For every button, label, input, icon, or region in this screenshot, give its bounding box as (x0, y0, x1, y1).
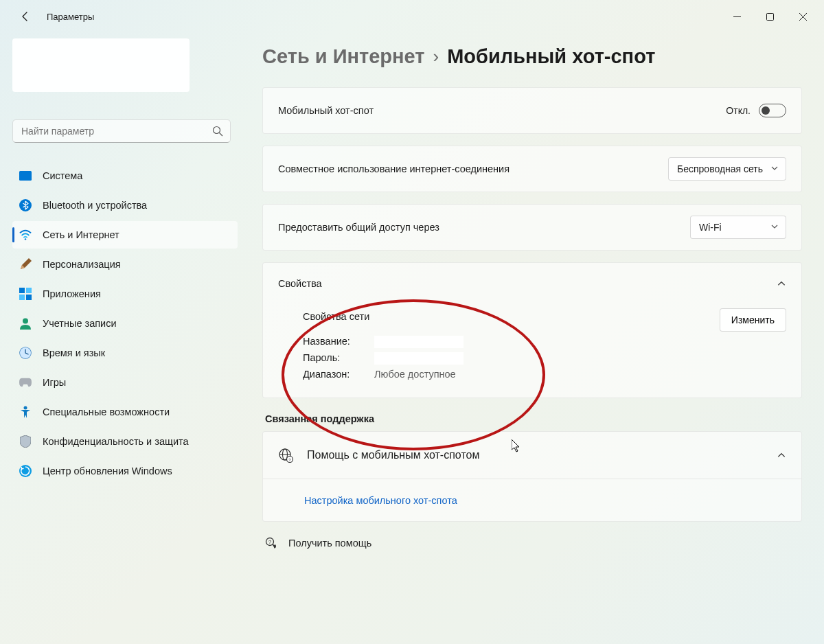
svg-rect-4 (19, 171, 32, 181)
support-card: ? Помощь с мобильным хот-спотом Настройк… (262, 431, 802, 522)
share-over-card: Предоставить общий доступ через Wi-Fi (262, 204, 802, 251)
dropdown-value: Беспроводная сеть (677, 163, 763, 174)
nav-time[interactable]: Время и язык (12, 339, 238, 367)
time-icon (19, 347, 32, 359)
svg-text:?: ? (268, 539, 272, 545)
nav-personalization[interactable]: Персонализация (12, 251, 238, 278)
system-icon (19, 170, 32, 182)
svg-point-6 (25, 238, 26, 240)
nav-label: Время и язык (43, 347, 105, 358)
nav-label: Система (43, 170, 82, 181)
footer-get-help[interactable]: ? Получить помощь (262, 537, 802, 549)
property-key: Пароль: (303, 352, 374, 365)
breadcrumb-parent[interactable]: Сеть и Интернет (262, 45, 425, 68)
nav-bluetooth[interactable]: Bluetooth и устройства (12, 192, 238, 219)
svg-point-14 (24, 406, 27, 410)
chevron-down-icon (770, 222, 779, 233)
globe-help-icon: ? (278, 448, 293, 463)
nav-network[interactable]: Сеть и Интернет (12, 221, 238, 249)
share-over-dropdown[interactable]: Wi-Fi (690, 216, 786, 239)
nav-label: Учетные записи (43, 318, 117, 329)
chevron-down-icon (770, 163, 779, 174)
search-input[interactable] (21, 126, 212, 137)
share-connection-card: Совместное использование интернет-соедин… (262, 146, 802, 192)
nav-label: Приложения (43, 288, 101, 299)
wifi-icon (19, 229, 32, 241)
breadcrumb-sep: › (433, 46, 439, 67)
svg-line-3 (220, 133, 223, 137)
property-value-blank (374, 352, 464, 365)
hotspot-label: Мобильный хот-спот (278, 105, 726, 116)
svg-point-2 (214, 127, 220, 134)
window-title: Параметры (47, 12, 94, 22)
back-button[interactable] (14, 5, 37, 28)
titlebar: Параметры (0, 0, 824, 33)
svg-rect-7 (19, 288, 25, 293)
chevron-up-icon (777, 450, 786, 460)
privacy-icon (19, 435, 32, 448)
search-icon (212, 126, 223, 137)
svg-rect-10 (26, 295, 32, 300)
minimize-button[interactable] (721, 5, 753, 27)
hotspot-toggle-card: Мобильный хот-спот Откл. (262, 87, 802, 134)
nav-accounts[interactable]: Учетные записи (12, 310, 238, 337)
get-help-icon: ? (265, 537, 277, 549)
sidebar: Система Bluetooth и устройства Сеть и Ин… (0, 33, 242, 644)
nav-label: Специальные возможности (43, 406, 170, 417)
nav-label: Персонализация (43, 259, 121, 270)
page-title: Мобильный хот-спот (447, 45, 655, 68)
nav-label: Центр обновления Windows (43, 465, 172, 476)
hotspot-toggle[interactable] (759, 104, 786, 117)
properties-header[interactable]: Свойства (263, 263, 801, 304)
share-over-label: Предоставить общий доступ через (278, 222, 690, 233)
nav-apps[interactable]: Приложения (12, 280, 238, 308)
support-heading: Связанная поддержка (265, 413, 802, 424)
nav-system[interactable]: Система (12, 162, 238, 189)
property-key: Диапазон: (303, 369, 374, 380)
support-row-label: Помощь с мобильным хот-спотом (307, 449, 763, 461)
property-key: Название: (303, 336, 374, 348)
nav-label: Конфиденциальность и защита (43, 436, 189, 447)
properties-expander: Свойства Изменить Свойства сети Название… (262, 262, 802, 398)
property-row-band: Диапазон: Любое доступное (303, 369, 786, 380)
update-icon (19, 465, 32, 477)
breadcrumb: Сеть и Интернет › Мобильный хот-спот (262, 45, 802, 68)
chevron-up-icon (777, 279, 786, 288)
nav-label: Bluetooth и устройства (43, 200, 147, 211)
properties-title: Свойства сети (303, 311, 786, 322)
svg-rect-1 (766, 13, 773, 20)
nav-accessibility[interactable]: Специальные возможности (12, 398, 238, 426)
maximize-button[interactable] (754, 5, 786, 27)
svg-rect-8 (26, 288, 32, 293)
apps-icon (19, 288, 32, 300)
svg-point-11 (23, 319, 28, 324)
user-block (12, 38, 238, 110)
hotspot-state: Откл. (726, 105, 751, 116)
share-connection-label: Совместное использование интернет-соедин… (278, 163, 668, 174)
close-button[interactable] (787, 5, 819, 27)
accessibility-icon (19, 406, 32, 418)
nav-privacy[interactable]: Конфиденциальность и защита (12, 428, 238, 455)
search-box[interactable] (12, 119, 231, 143)
edit-button[interactable]: Изменить (720, 308, 786, 332)
personalization-icon (19, 258, 32, 271)
share-connection-dropdown[interactable]: Беспроводная сеть (668, 157, 786, 181)
property-value: Любое доступное (374, 369, 456, 380)
nav-update[interactable]: Центр обновления Windows (12, 457, 238, 485)
properties-header-label: Свойства (278, 278, 777, 289)
nav-label: Сеть и Интернет (43, 229, 119, 240)
support-link[interactable]: Настройка мобильного хот-спота (304, 495, 457, 506)
property-value-blank (374, 336, 464, 348)
property-row-password: Пароль: (303, 352, 786, 365)
property-row-name: Название: (303, 336, 786, 348)
dropdown-value: Wi-Fi (699, 222, 722, 233)
nav-gaming[interactable]: Игры (12, 369, 238, 396)
footer-get-help-label: Получить помощь (288, 538, 371, 549)
svg-rect-9 (19, 295, 25, 300)
main-panel: Сеть и Интернет › Мобильный хот-спот Моб… (242, 33, 824, 644)
bluetooth-icon (19, 199, 32, 211)
gaming-icon (19, 376, 32, 389)
accounts-icon (19, 317, 32, 330)
support-expander-header[interactable]: ? Помощь с мобильным хот-спотом (263, 432, 801, 479)
support-link-row: Настройка мобильного хот-спота (263, 479, 801, 521)
